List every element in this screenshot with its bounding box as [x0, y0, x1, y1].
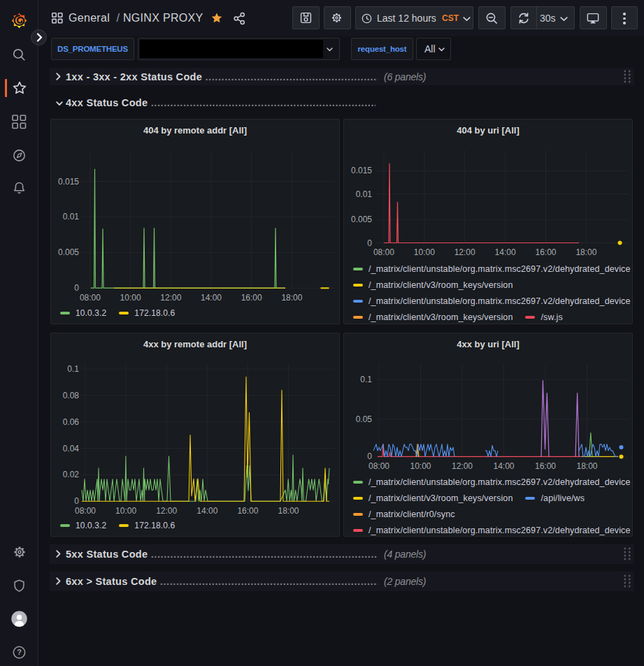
svg-text:16:00: 16:00	[535, 461, 556, 471]
svg-text:18:00: 18:00	[281, 293, 302, 303]
svg-text:10:00: 10:00	[410, 461, 431, 471]
svg-text:12:00: 12:00	[452, 461, 473, 471]
svg-text:0.01: 0.01	[356, 189, 373, 199]
svg-text:14:00: 14:00	[493, 461, 514, 471]
svg-text:0.015: 0.015	[58, 177, 79, 187]
svg-text:08:00: 08:00	[373, 247, 394, 257]
svg-text:0: 0	[367, 238, 372, 248]
svg-text:18:00: 18:00	[576, 461, 597, 471]
svg-text:0.1: 0.1	[67, 364, 79, 374]
svg-text:0.005: 0.005	[58, 247, 79, 257]
svg-text:0: 0	[74, 283, 79, 293]
svg-text:0: 0	[367, 451, 372, 461]
svg-text:0.05: 0.05	[356, 414, 373, 424]
svg-text:0.01: 0.01	[63, 212, 80, 222]
svg-text:0: 0	[74, 496, 79, 506]
svg-text:12:00: 12:00	[156, 506, 177, 516]
svg-text:10:00: 10:00	[115, 506, 136, 516]
svg-text:0.005: 0.005	[351, 215, 372, 224]
svg-text:0.1: 0.1	[360, 375, 372, 384]
svg-text:14:00: 14:00	[196, 506, 217, 516]
svg-text:16:00: 16:00	[237, 506, 258, 516]
svg-text:16:00: 16:00	[241, 293, 262, 303]
svg-text:08:00: 08:00	[75, 506, 96, 516]
svg-text:16:00: 16:00	[535, 247, 556, 257]
svg-text:18:00: 18:00	[278, 506, 299, 516]
svg-text:14:00: 14:00	[495, 247, 516, 257]
svg-text:18:00: 18:00	[575, 247, 596, 257]
svg-text:0.04: 0.04	[63, 444, 80, 454]
svg-text:?: ?	[17, 648, 22, 656]
svg-text:0.06: 0.06	[63, 417, 80, 427]
svg-text:12:00: 12:00	[455, 247, 475, 257]
svg-text:10:00: 10:00	[120, 293, 141, 303]
svg-text:0.08: 0.08	[63, 391, 80, 400]
svg-text:08:00: 08:00	[368, 461, 389, 471]
svg-text:0.02: 0.02	[63, 470, 80, 479]
svg-text:14:00: 14:00	[201, 293, 222, 303]
svg-text:0.015: 0.015	[351, 166, 372, 175]
svg-text:08:00: 08:00	[80, 293, 101, 303]
svg-text:10:00: 10:00	[414, 247, 435, 257]
svg-text:12:00: 12:00	[160, 293, 181, 303]
